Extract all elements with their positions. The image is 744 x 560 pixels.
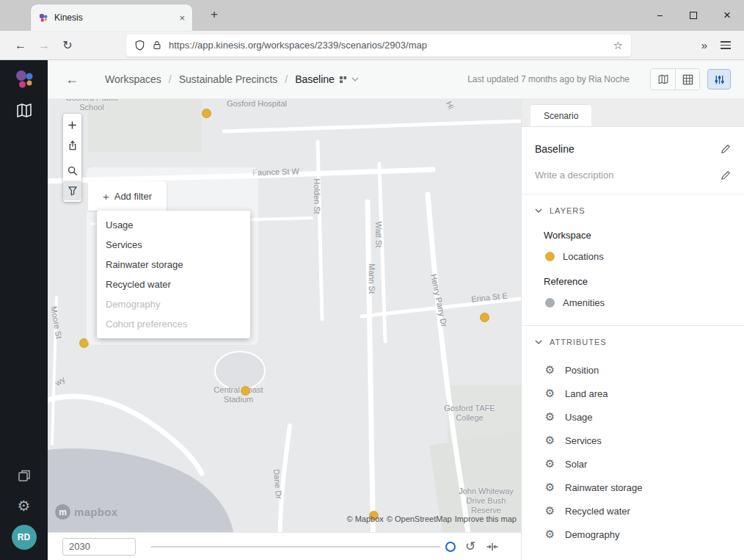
gear-icon[interactable]: ⚙	[544, 410, 556, 423]
sidebar-map-nav[interactable]	[15, 101, 34, 123]
tab-scenario[interactable]: Scenario	[530, 105, 591, 126]
chevron-down-icon	[535, 208, 542, 213]
location-dot[interactable]	[202, 109, 211, 118]
attributes-section-header[interactable]: ATTRIBUTES	[522, 326, 744, 354]
attribute-row-solar[interactable]: ⚙ Solar	[522, 452, 744, 476]
new-tab-button[interactable]: +	[205, 7, 223, 22]
shield-icon[interactable]	[134, 40, 145, 51]
browser-back-button[interactable]: ←	[9, 34, 32, 57]
add-filter-button[interactable]: + Add filter	[88, 181, 167, 211]
attribute-row-usage[interactable]: ⚙ Usage	[522, 405, 744, 429]
breadcrumb-scenario[interactable]: Baseline	[295, 73, 359, 85]
sidebar-docs-nav[interactable]	[17, 468, 32, 485]
sidebar-settings-nav[interactable]: ⚙	[18, 497, 31, 514]
gear-icon[interactable]: ⚙	[544, 481, 556, 494]
description-placeholder[interactable]: Write a description	[535, 170, 613, 181]
layer-item-locations[interactable]: Locations	[544, 244, 731, 269]
gear-icon[interactable]: ⚙	[544, 434, 556, 447]
pages-icon	[17, 468, 32, 483]
mapbox-logo-text: mapbox	[74, 506, 117, 518]
filter-option-recycled-water[interactable]: Recycled water	[97, 274, 250, 294]
search-icon	[68, 166, 78, 176]
browser-menu-icon[interactable]	[721, 40, 731, 51]
mapbox-logo-icon: m	[55, 504, 70, 520]
attribute-row-recycled-water[interactable]: ⚙ Recycled water	[522, 499, 744, 523]
mapbox-logo[interactable]: m mapbox	[55, 504, 117, 520]
filter-option-demography: Demography	[97, 294, 250, 314]
attribute-row-services[interactable]: ⚙ Services	[522, 429, 744, 452]
attribute-row-rainwater-storage[interactable]: ⚙ Rainwater storage	[522, 476, 744, 499]
filter-option-services[interactable]: Services	[97, 235, 250, 255]
layers-section-header[interactable]: LAYERS	[522, 194, 744, 222]
map-search-button[interactable]	[63, 161, 81, 181]
map-label: Watt St	[373, 213, 383, 257]
breadcrumb-workspace-name[interactable]: Sustainable Precincts	[179, 73, 278, 85]
timeline-slider-track[interactable]	[150, 546, 440, 548]
bookmark-star-icon[interactable]: ☆	[613, 39, 623, 52]
filter-option-rainwater-storage[interactable]: Rainwater storage	[97, 255, 250, 274]
edit-name-pencil-icon[interactable]	[721, 144, 731, 154]
attribution-improve-link[interactable]: Improve this map	[455, 514, 517, 523]
scenario-panel: Scenario Baseline Write a description	[521, 99, 744, 560]
year-input[interactable]	[62, 538, 136, 556]
collapse-horizontal-icon	[486, 542, 499, 552]
window-close-button[interactable]: ×	[710, 0, 744, 31]
attribute-label: Usage	[565, 412, 593, 423]
scenario-tabstrip: Scenario	[522, 99, 744, 127]
toolbar-overflow-icon[interactable]: »	[701, 39, 707, 51]
timeline-fit-button[interactable]	[486, 542, 499, 552]
map-canvas[interactable]: Gosford Public School Gosford Hospital F…	[48, 99, 521, 560]
attribution-mapbox-link[interactable]: © Mapbox	[347, 514, 384, 523]
export-button[interactable]	[63, 135, 81, 155]
chevron-down-icon[interactable]	[351, 77, 359, 81]
filter-option-usage[interactable]: Usage	[97, 215, 250, 235]
attribute-label: Recycled water	[565, 506, 630, 517]
attribute-row-land-area[interactable]: ⚙ Land area	[522, 382, 744, 405]
scenario-view-button[interactable]	[707, 69, 731, 90]
location-dot[interactable]	[241, 386, 250, 396]
gear-icon[interactable]: ⚙	[544, 363, 556, 377]
gear-icon[interactable]: ⚙	[544, 387, 556, 400]
edit-description-pencil-icon[interactable]	[721, 170, 731, 181]
breadcrumb-separator: /	[169, 73, 172, 85]
breadcrumb-workspaces[interactable]: Workspaces	[105, 73, 161, 85]
attribute-label: Demography	[565, 529, 619, 540]
layer-item-label: Locations	[563, 251, 604, 262]
map-view-icon	[657, 73, 669, 85]
share-icon	[68, 140, 78, 150]
browser-forward-button[interactable]: →	[32, 34, 56, 57]
gear-icon[interactable]: ⚙	[544, 528, 556, 541]
map-filter-button[interactable]	[63, 181, 81, 200]
timeline-reset-icon[interactable]: ↺	[465, 540, 475, 553]
layer-item-amenities[interactable]: Amenities	[544, 291, 731, 315]
timeline-slider-handle[interactable]	[445, 542, 456, 552]
attribute-label: Position	[565, 365, 599, 376]
tab-title: Kinesis	[54, 12, 173, 23]
attribute-row-demography[interactable]: ⚙ Demography	[522, 523, 744, 546]
browser-tab[interactable]: Kinesis ×	[31, 4, 192, 31]
location-dot[interactable]	[480, 313, 489, 322]
breadcrumb-separator: /	[285, 73, 288, 85]
url-text[interactable]: https://app.kinesis.org/workspaces/2339/…	[169, 40, 607, 51]
plus-icon: +	[103, 190, 109, 203]
attribute-row-position[interactable]: ⚙ Position	[522, 358, 744, 382]
url-field[interactable]: https://app.kinesis.org/workspaces/2339/…	[126, 34, 631, 57]
amenities-layer-dot-icon	[545, 298, 555, 308]
browser-refresh-button[interactable]: ↻	[56, 34, 79, 57]
map-view-button[interactable]	[651, 69, 675, 90]
gear-icon[interactable]: ⚙	[544, 457, 556, 470]
attribute-label: Services	[565, 435, 602, 446]
user-avatar[interactable]: RD	[12, 525, 37, 550]
header-back-button[interactable]: ←	[65, 72, 79, 87]
zoom-in-button[interactable]	[63, 115, 81, 135]
window-minimize-button[interactable]: −	[643, 0, 676, 31]
tab-close-icon[interactable]: ×	[179, 12, 185, 23]
lock-icon[interactable]	[152, 40, 162, 51]
attribution-osm-link[interactable]: © OpenStreetMap	[387, 514, 452, 523]
gear-icon[interactable]: ⚙	[544, 504, 556, 517]
window-maximize-button[interactable]	[676, 0, 710, 31]
table-view-button[interactable]	[675, 69, 699, 90]
sliders-icon	[714, 74, 725, 85]
attribute-label: Solar	[565, 459, 587, 470]
map-controls	[63, 114, 81, 202]
